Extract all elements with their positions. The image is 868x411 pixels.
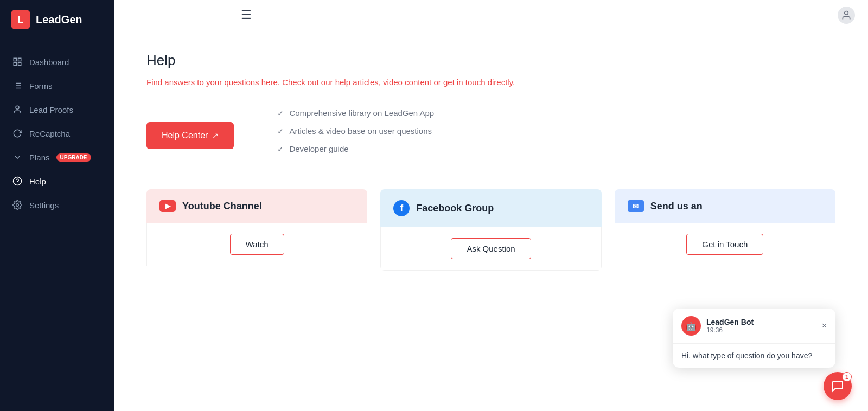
nav-menu: Dashboard Forms Lead Proofs ReCaptcha — [0, 39, 114, 411]
svg-rect-1 — [18, 58, 21, 61]
sidebar-item-lead-proofs-label: Lead Proofs — [29, 105, 73, 114]
sidebar-item-settings[interactable]: Settings — [0, 193, 114, 217]
sidebar-item-help-label: Help — [29, 177, 46, 186]
cards-row: ▶ Youtube Channel Watch f Facebook Group… — [146, 189, 835, 271]
chat-fab-button[interactable]: 1 — [824, 372, 852, 400]
youtube-card: ▶ Youtube Channel Watch — [146, 189, 367, 271]
svg-rect-0 — [14, 58, 16, 61]
logo-text: LeadGen — [36, 14, 82, 26]
chat-popup: 🤖 LeadGen Bot 19:36 × Hi, what type of q… — [673, 309, 835, 368]
user-icon — [12, 104, 23, 115]
page-title: Help — [146, 52, 835, 69]
sidebar: L LeadGen Dashboard Forms Lead Proofs — [0, 0, 114, 411]
get-in-touch-button[interactable]: Get in Touch — [686, 234, 763, 255]
chat-bot-icon: 🤖 — [681, 316, 701, 336]
checkmark-icon: ✓ — [277, 145, 284, 153]
list-icon — [12, 80, 23, 91]
main-area: ☰ Help Find answers to your questions he… — [114, 0, 868, 411]
logo-area: L LeadGen — [0, 0, 114, 39]
help-circle-icon — [12, 176, 23, 187]
help-top-section: Help Center ↗ ✓ Comprehensive library on… — [146, 108, 835, 162]
sidebar-item-dashboard-label: Dashboard — [29, 57, 69, 67]
svg-point-14 — [845, 11, 848, 15]
facebook-card-title: Facebook Group — [416, 203, 494, 214]
grid-icon — [12, 56, 23, 67]
sidebar-item-recaptcha-label: ReCaptcha — [29, 129, 70, 138]
youtube-card-title: Youtube Channel — [182, 201, 262, 212]
sidebar-item-plans[interactable]: Plans UPGRADE — [0, 145, 114, 169]
chat-bot-name: LeadGen Bot — [706, 318, 754, 326]
watch-button[interactable]: Watch — [230, 234, 284, 255]
user-avatar[interactable] — [838, 7, 855, 24]
svg-point-10 — [16, 106, 19, 109]
help-center-button[interactable]: Help Center ↗ — [146, 122, 234, 149]
chat-message: Hi, what type of question do you have? — [673, 344, 835, 368]
sidebar-item-recaptcha[interactable]: ReCaptcha — [0, 121, 114, 145]
settings-icon — [12, 200, 23, 210]
email-card-title: Send us an — [650, 201, 703, 212]
chevron-down-icon — [12, 152, 23, 163]
sidebar-item-forms-label: Forms — [29, 81, 53, 91]
sidebar-item-settings-label: Settings — [29, 201, 59, 210]
checklist: ✓ Comprehensive library on LeadGen App ✓… — [277, 108, 434, 162]
page-subtitle: Find answers to your questions here. Che… — [146, 78, 835, 87]
chat-bot-time: 19:36 — [706, 326, 754, 334]
checklist-item-1: ✓ Comprehensive library on LeadGen App — [277, 108, 434, 118]
checklist-item-2: ✓ Articles & video base on user question… — [277, 126, 434, 136]
svg-rect-2 — [14, 63, 16, 66]
svg-rect-3 — [18, 63, 21, 66]
ask-question-button[interactable]: Ask Question — [451, 238, 531, 259]
youtube-icon: ▶ — [159, 200, 176, 212]
sidebar-item-plans-label: Plans — [29, 153, 50, 162]
checkmark-icon: ✓ — [277, 109, 284, 118]
sidebar-item-lead-proofs[interactable]: Lead Proofs — [0, 98, 114, 121]
upgrade-badge: UPGRADE — [56, 153, 91, 162]
sidebar-item-help[interactable]: Help — [0, 169, 114, 193]
top-bar: ☰ — [228, 0, 868, 30]
email-icon: ✉ — [628, 200, 644, 212]
hamburger-icon[interactable]: ☰ — [241, 8, 252, 22]
checkmark-icon: ✓ — [277, 127, 284, 136]
email-card: ✉ Send us an Get in Touch — [615, 189, 835, 271]
chat-close-button[interactable]: × — [822, 321, 827, 331]
logo-icon: L — [11, 10, 30, 29]
fab-notification-badge: 1 — [842, 372, 852, 382]
sidebar-item-forms[interactable]: Forms — [0, 74, 114, 98]
facebook-icon: f — [393, 200, 410, 216]
checklist-item-3: ✓ Developer guide — [277, 144, 434, 153]
sidebar-item-dashboard[interactable]: Dashboard — [0, 50, 114, 74]
facebook-card: f Facebook Group Ask Question — [380, 189, 601, 271]
page-content: Help Find answers to your questions here… — [114, 30, 868, 314]
external-link-icon: ↗ — [212, 131, 219, 140]
svg-point-13 — [16, 204, 19, 207]
refresh-icon — [12, 128, 23, 139]
